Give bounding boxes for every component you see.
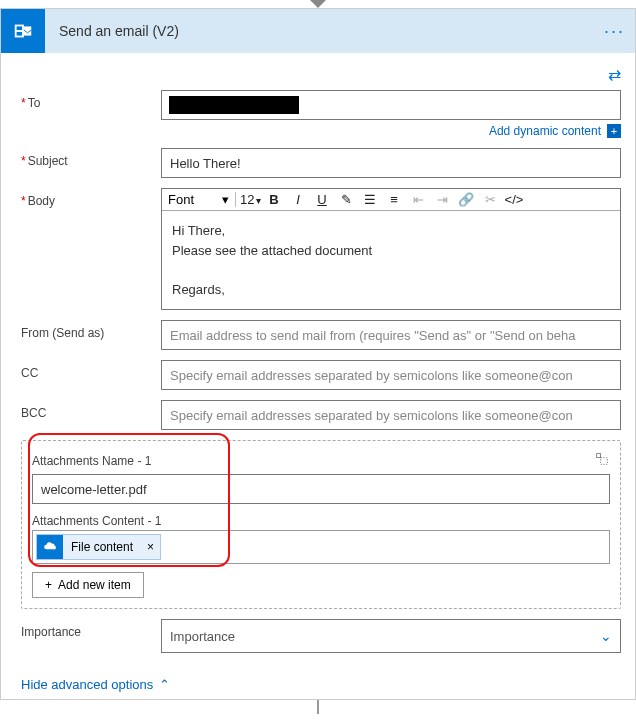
- bullet-list-button[interactable]: ☰: [360, 192, 380, 207]
- body-editor: Font▾ 12 B I U ✎ ☰ ≡ ⇤ ⇥ 🔗 ✂ </> Hi Ther…: [161, 188, 621, 310]
- plus-icon: +: [45, 578, 52, 592]
- from-label: From (Send as): [21, 320, 161, 340]
- svg-rect-2: [17, 32, 22, 36]
- to-input[interactable]: [161, 90, 621, 120]
- bold-button[interactable]: B: [264, 192, 284, 207]
- importance-label: Importance: [21, 619, 161, 639]
- add-new-item-button[interactable]: + Add new item: [32, 572, 144, 598]
- importance-select[interactable]: Importance ⌄: [161, 619, 621, 653]
- editor-toolbar: Font▾ 12 B I U ✎ ☰ ≡ ⇤ ⇥ 🔗 ✂ </>: [162, 189, 620, 211]
- svg-rect-1: [17, 26, 22, 30]
- body-textarea[interactable]: Hi There, Please see the attached docume…: [162, 211, 620, 309]
- outlook-icon: [1, 9, 45, 53]
- collapse-arrow-icon: [310, 0, 326, 8]
- code-view-button[interactable]: </>: [504, 192, 524, 207]
- onedrive-icon: [37, 535, 63, 559]
- card-header[interactable]: Send an email (V2) ···: [1, 9, 635, 53]
- subject-input[interactable]: [161, 148, 621, 178]
- attachment-name-label: Attachments Name - 1: [32, 454, 151, 468]
- attachment-content-input[interactable]: File content ×: [32, 530, 610, 564]
- remove-token-icon[interactable]: ×: [141, 540, 160, 554]
- outdent-button[interactable]: ⇤: [408, 192, 428, 207]
- bcc-input[interactable]: [161, 400, 621, 430]
- color-button[interactable]: ✎: [336, 192, 356, 207]
- bcc-label: BCC: [21, 400, 161, 420]
- attachment-content-label: Attachments Content - 1: [32, 514, 610, 528]
- link-button[interactable]: 🔗: [456, 192, 476, 207]
- attachment-name-input[interactable]: [32, 474, 610, 504]
- card-title: Send an email (V2): [45, 23, 604, 39]
- from-input[interactable]: [161, 320, 621, 350]
- connector-line: [317, 700, 319, 714]
- chevron-down-icon: ⌄: [600, 628, 612, 644]
- cc-input[interactable]: [161, 360, 621, 390]
- underline-button[interactable]: U: [312, 192, 332, 207]
- to-label: To: [21, 90, 161, 110]
- chevron-up-icon: ⌃: [159, 677, 170, 692]
- fontsize-selector[interactable]: 12: [240, 192, 260, 207]
- file-content-token[interactable]: File content ×: [36, 534, 161, 560]
- body-label: Body: [21, 188, 161, 208]
- font-selector[interactable]: Font▾: [168, 192, 236, 207]
- italic-button[interactable]: I: [288, 192, 308, 207]
- attachments-section: Attachments Name - 1 Attachments Content…: [21, 440, 621, 609]
- clear-format-button[interactable]: ✂: [480, 192, 500, 207]
- indent-button[interactable]: ⇥: [432, 192, 452, 207]
- svg-rect-4: [601, 458, 608, 465]
- add-dynamic-content-link[interactable]: Add dynamic content +: [161, 124, 621, 138]
- number-list-button[interactable]: ≡: [384, 192, 404, 207]
- switch-array-icon[interactable]: [594, 451, 610, 470]
- svg-rect-3: [597, 454, 601, 458]
- swap-icon[interactable]: ⇄: [608, 65, 621, 84]
- plus-icon: +: [607, 124, 621, 138]
- hide-advanced-options-link[interactable]: Hide advanced options ⌃: [21, 677, 170, 692]
- card-menu-button[interactable]: ···: [604, 21, 625, 42]
- subject-label: Subject: [21, 148, 161, 168]
- cc-label: CC: [21, 360, 161, 380]
- send-email-card: Send an email (V2) ··· ⇄ To Add dynamic …: [0, 8, 636, 700]
